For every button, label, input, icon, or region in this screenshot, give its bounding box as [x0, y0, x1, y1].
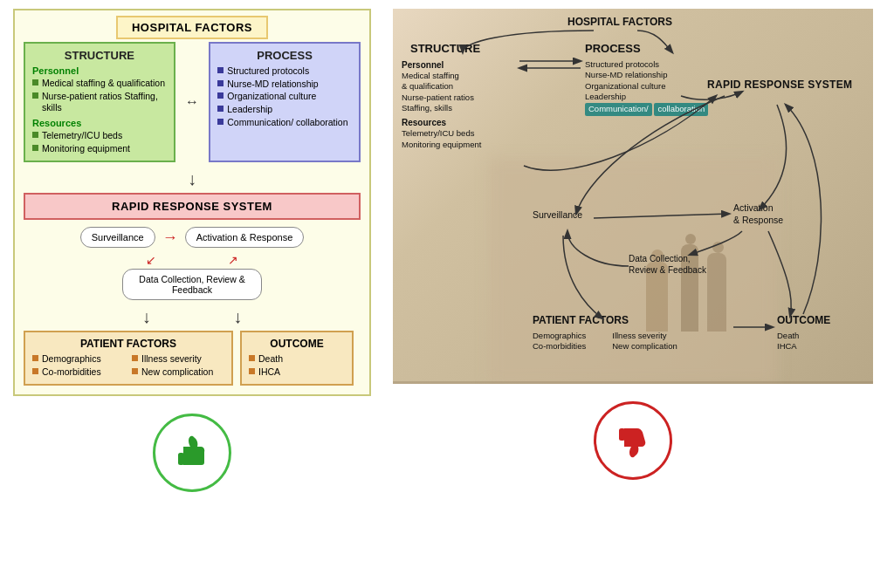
- outcome-item-1: Death: [249, 353, 345, 366]
- patient-factors-title: PATIENT FACTORS: [32, 338, 224, 350]
- thumbs-down-circle: [594, 401, 672, 480]
- left-diagram-box: HOSPITAL FACTORS STRUCTURE Personnel Med…: [13, 9, 371, 396]
- patient-col-right: Illness severity New complication: [132, 353, 224, 379]
- main-container: HOSPITAL FACTORS STRUCTURE Personnel Med…: [9, 9, 885, 492]
- patient-col-left: Demographics Co-morbidities: [32, 353, 125, 379]
- struct-item-2: Nurse-patient ratios Staffing, skills: [32, 91, 167, 114]
- diagram-overlay: HOSPITAL FACTORS STRUCTURE PROCESS Perso…: [393, 9, 873, 384]
- blue-bullet: [217, 92, 224, 99]
- surveillance-box: Surveillance: [80, 227, 155, 248]
- green-bullet: [32, 79, 38, 85]
- hospital-factors-label: HOSPITAL FACTORS: [116, 16, 268, 39]
- outcome-item-2: IHCA: [249, 366, 345, 379]
- structure-title: STRUCTURE: [32, 49, 167, 62]
- blue-bullet: [217, 119, 224, 125]
- thumbs-up-icon: [170, 431, 214, 475]
- personnel-label: Personnel: [32, 65, 167, 76]
- pf-item-3: Illness severity: [132, 353, 224, 366]
- feedback-box: Data Collection, Review & Feedback: [122, 269, 262, 300]
- orange-bullet: [249, 368, 255, 374]
- rrs-box: RAPID RESPONSE SYSTEM: [24, 193, 361, 220]
- patient-factors-cols: Demographics Co-morbidities Illness seve…: [32, 353, 224, 379]
- hospital-photo-diagram: HOSPITAL FACTORS STRUCTURE PROCESS Perso…: [393, 9, 873, 384]
- orange-bullet: [132, 355, 138, 361]
- orange-bullet: [32, 355, 38, 361]
- hospital-factors-title: HOSPITAL FACTORS: [24, 19, 361, 35]
- thumbs-down-container: [393, 401, 873, 480]
- pf-item-2: Co-morbidities: [32, 366, 125, 379]
- orange-bullet: [132, 368, 138, 374]
- orange-bullet: [249, 355, 255, 361]
- thumbs-up-container: [153, 414, 231, 492]
- struct-item-4: Monitoring equipment: [32, 143, 167, 155]
- green-bullet: [32, 145, 38, 151]
- right-panel: HOSPITAL FACTORS STRUCTURE PROCESS Perso…: [393, 9, 873, 492]
- curved-arrows: ↙ ↗: [24, 253, 361, 267]
- left-panel: HOSPITAL FACTORS STRUCTURE Personnel Med…: [9, 9, 375, 492]
- thumbs-up-circle: [153, 414, 231, 492]
- proc-item-1: Structured protocols: [217, 65, 352, 78]
- svg-rect-6: [619, 428, 625, 441]
- green-bullet: [32, 132, 38, 138]
- resources-label: Resources: [32, 118, 167, 128]
- proc-item-3: Organizational culture: [217, 91, 352, 103]
- struct-process-row: STRUCTURE Personnel Medical staffing & q…: [24, 42, 361, 162]
- blue-bullet: [217, 106, 224, 112]
- structure-box: STRUCTURE Personnel Medical staffing & q…: [24, 42, 175, 162]
- struct-item-3: Telemetry/ICU beds: [32, 130, 167, 142]
- svg-rect-1: [178, 453, 184, 465]
- surv-act-row: Surveillance → Activation & Response: [24, 227, 361, 248]
- blue-bullet: [217, 80, 224, 86]
- right-red-arrow: →: [162, 229, 178, 247]
- arrow-down-2: ↓ ↓: [24, 307, 361, 327]
- struct-item-1: Medical staffing & qualification: [32, 78, 167, 90]
- proc-item-2: Nurse-MD relationship: [217, 79, 352, 91]
- green-bullet: [32, 92, 38, 99]
- orange-bullet: [32, 368, 38, 374]
- outcome-box: OUTCOME Death IHCA: [240, 331, 354, 386]
- process-box: PROCESS Structured protocols Nurse-MD re…: [209, 42, 361, 162]
- arrow-down-1: ↓: [24, 169, 361, 189]
- pf-item-1: Demographics: [32, 353, 125, 366]
- pf-item-4: New complication: [132, 366, 224, 379]
- blue-bullet: [217, 67, 224, 73]
- bottom-row: PATIENT FACTORS Demographics Co-morbidit…: [24, 331, 361, 386]
- proc-item-5: Communication/ collaboration: [217, 117, 352, 129]
- outcome-title: OUTCOME: [249, 338, 345, 350]
- svg-line-4: [594, 214, 729, 218]
- patient-factors-box: PATIENT FACTORS Demographics Co-morbidit…: [24, 331, 233, 386]
- bidirectional-arrow: ↔: [175, 42, 209, 162]
- proc-item-4: Leadership: [217, 104, 352, 116]
- thumbs-down-icon: [611, 419, 655, 462]
- process-title: PROCESS: [217, 49, 352, 62]
- diagram-arrows-svg: [393, 9, 873, 384]
- activation-box: Activation & Response: [185, 227, 305, 248]
